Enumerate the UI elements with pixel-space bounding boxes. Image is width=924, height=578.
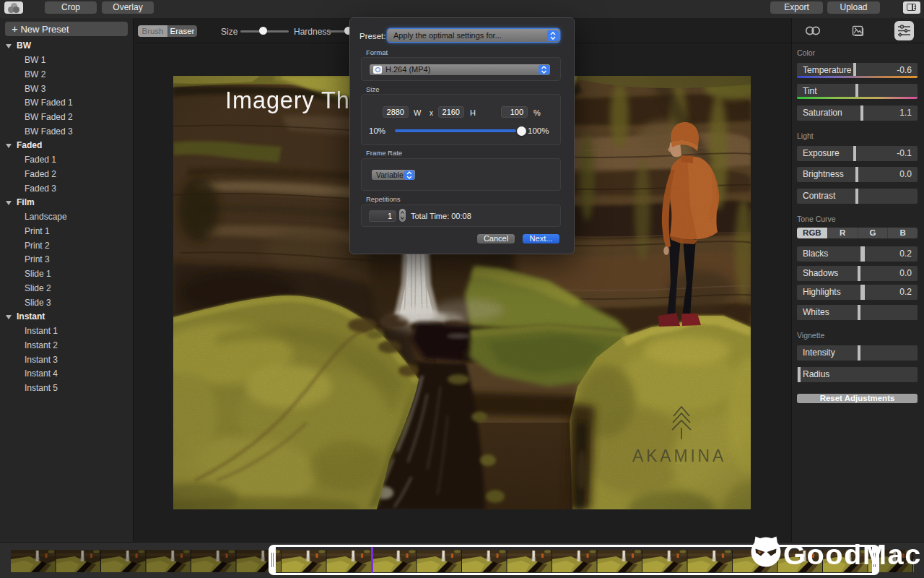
svg-text:AKAMINA: AKAMINA — [632, 447, 726, 465]
